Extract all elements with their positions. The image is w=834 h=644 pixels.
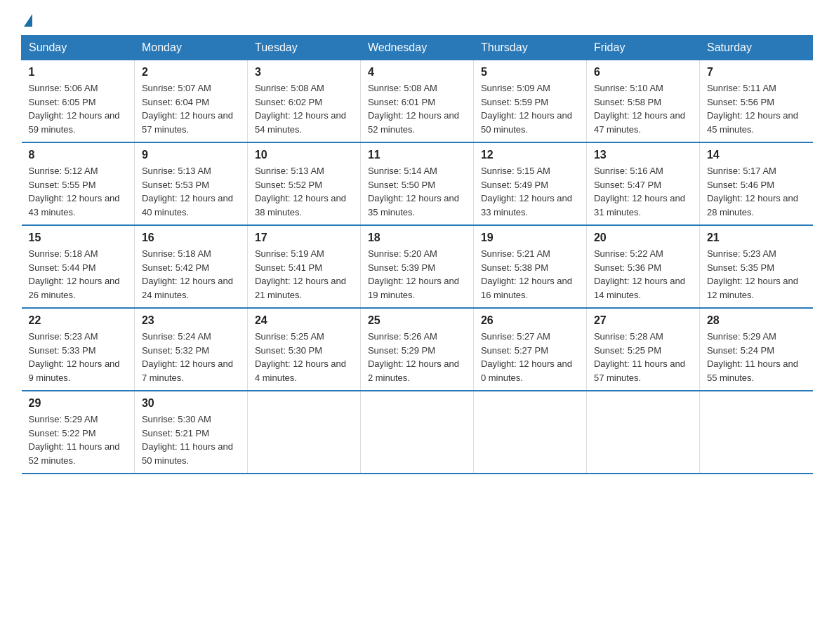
day-info: Sunrise: 5:17 AMSunset: 5:46 PMDaylight:… [707,166,798,217]
header-monday: Monday [134,36,247,60]
day-info: Sunrise: 5:23 AMSunset: 5:33 PMDaylight:… [29,331,120,383]
logo [21,14,32,28]
day-number: 7 [707,66,806,79]
calendar-cell: 7Sunrise: 5:11 AMSunset: 5:56 PMDaylight… [699,60,812,143]
day-number: 22 [29,314,127,327]
day-info: Sunrise: 5:08 AMSunset: 6:02 PMDaylight:… [255,83,346,135]
day-info: Sunrise: 5:12 AMSunset: 5:55 PMDaylight:… [29,166,120,217]
day-number: 2 [142,66,240,79]
calendar-cell: 16Sunrise: 5:18 AMSunset: 5:42 PMDayligh… [134,225,247,308]
calendar-cell: 15Sunrise: 5:18 AMSunset: 5:44 PMDayligh… [22,225,135,308]
day-number: 30 [142,397,240,410]
calendar-cell: 3Sunrise: 5:08 AMSunset: 6:02 PMDaylight… [247,60,360,143]
day-number: 9 [142,149,240,161]
day-number: 26 [481,314,579,327]
day-number: 20 [594,232,692,244]
day-info: Sunrise: 5:23 AMSunset: 5:35 PMDaylight:… [707,248,798,300]
day-info: Sunrise: 5:25 AMSunset: 5:30 PMDaylight:… [255,331,346,383]
calendar-cell: 6Sunrise: 5:10 AMSunset: 5:58 PMDaylight… [586,60,699,143]
day-number: 5 [481,66,579,79]
day-info: Sunrise: 5:13 AMSunset: 5:53 PMDaylight:… [142,166,233,217]
day-info: Sunrise: 5:22 AMSunset: 5:36 PMDaylight:… [594,248,685,300]
calendar-header-row: SundayMondayTuesdayWednesdayThursdayFrid… [22,36,813,60]
calendar-cell [247,391,360,474]
day-number: 3 [255,66,353,79]
calendar-table: SundayMondayTuesdayWednesdayThursdayFrid… [21,35,813,474]
calendar-cell: 30Sunrise: 5:30 AMSunset: 5:21 PMDayligh… [134,391,247,474]
day-info: Sunrise: 5:19 AMSunset: 5:41 PMDaylight:… [255,248,346,300]
day-number: 18 [368,232,466,244]
calendar-cell: 18Sunrise: 5:20 AMSunset: 5:39 PMDayligh… [360,225,473,308]
day-number: 24 [255,314,353,327]
calendar-cell: 10Sunrise: 5:13 AMSunset: 5:52 PMDayligh… [247,142,360,225]
day-info: Sunrise: 5:09 AMSunset: 5:59 PMDaylight:… [481,83,572,135]
calendar-cell: 9Sunrise: 5:13 AMSunset: 5:53 PMDaylight… [134,142,247,225]
calendar-cell: 11Sunrise: 5:14 AMSunset: 5:50 PMDayligh… [360,142,473,225]
day-number: 21 [707,232,806,244]
calendar-week-row: 8Sunrise: 5:12 AMSunset: 5:55 PMDaylight… [22,142,813,225]
calendar-cell [473,391,586,474]
day-number: 12 [481,149,579,161]
calendar-cell: 14Sunrise: 5:17 AMSunset: 5:46 PMDayligh… [699,142,812,225]
day-number: 10 [255,149,353,161]
calendar-cell: 29Sunrise: 5:29 AMSunset: 5:22 PMDayligh… [22,391,135,474]
day-info: Sunrise: 5:20 AMSunset: 5:39 PMDaylight:… [368,248,459,300]
day-number: 14 [707,149,806,161]
day-number: 16 [142,232,240,244]
header-saturday: Saturday [699,36,812,60]
day-info: Sunrise: 5:07 AMSunset: 6:04 PMDaylight:… [142,83,233,135]
day-number: 28 [707,314,806,327]
logo-blue-text [21,14,32,28]
day-info: Sunrise: 5:18 AMSunset: 5:42 PMDaylight:… [142,248,233,300]
calendar-cell: 25Sunrise: 5:26 AMSunset: 5:29 PMDayligh… [360,308,473,391]
day-info: Sunrise: 5:14 AMSunset: 5:50 PMDaylight:… [368,166,459,217]
calendar-cell: 5Sunrise: 5:09 AMSunset: 5:59 PMDaylight… [473,60,586,143]
day-number: 4 [368,66,466,79]
day-number: 27 [594,314,692,327]
calendar-cell: 24Sunrise: 5:25 AMSunset: 5:30 PMDayligh… [247,308,360,391]
day-number: 25 [368,314,466,327]
day-number: 11 [368,149,466,161]
calendar-cell: 22Sunrise: 5:23 AMSunset: 5:33 PMDayligh… [22,308,135,391]
calendar-cell: 1Sunrise: 5:06 AMSunset: 6:05 PMDaylight… [22,60,135,143]
calendar-cell: 13Sunrise: 5:16 AMSunset: 5:47 PMDayligh… [586,142,699,225]
day-number: 8 [29,149,127,161]
calendar-cell: 28Sunrise: 5:29 AMSunset: 5:24 PMDayligh… [699,308,812,391]
day-info: Sunrise: 5:15 AMSunset: 5:49 PMDaylight:… [481,166,572,217]
calendar-cell: 8Sunrise: 5:12 AMSunset: 5:55 PMDaylight… [22,142,135,225]
day-number: 6 [594,66,692,79]
day-number: 19 [481,232,579,244]
day-info: Sunrise: 5:18 AMSunset: 5:44 PMDaylight:… [29,248,120,300]
day-info: Sunrise: 5:13 AMSunset: 5:52 PMDaylight:… [255,166,346,217]
day-info: Sunrise: 5:21 AMSunset: 5:38 PMDaylight:… [481,248,572,300]
header-tuesday: Tuesday [247,36,360,60]
calendar-cell: 19Sunrise: 5:21 AMSunset: 5:38 PMDayligh… [473,225,586,308]
day-info: Sunrise: 5:11 AMSunset: 5:56 PMDaylight:… [707,83,798,135]
calendar-week-row: 1Sunrise: 5:06 AMSunset: 6:05 PMDaylight… [22,60,813,143]
calendar-cell: 20Sunrise: 5:22 AMSunset: 5:36 PMDayligh… [586,225,699,308]
calendar-cell [360,391,473,474]
header-thursday: Thursday [473,36,586,60]
day-number: 15 [29,232,127,244]
calendar-cell [586,391,699,474]
day-info: Sunrise: 5:16 AMSunset: 5:47 PMDaylight:… [594,166,685,217]
calendar-cell: 12Sunrise: 5:15 AMSunset: 5:49 PMDayligh… [473,142,586,225]
page-header [21,14,813,28]
calendar-cell: 4Sunrise: 5:08 AMSunset: 6:01 PMDaylight… [360,60,473,143]
day-number: 29 [29,397,127,410]
calendar-cell: 17Sunrise: 5:19 AMSunset: 5:41 PMDayligh… [247,225,360,308]
calendar-cell: 21Sunrise: 5:23 AMSunset: 5:35 PMDayligh… [699,225,812,308]
day-info: Sunrise: 5:08 AMSunset: 6:01 PMDaylight:… [368,83,459,135]
header-friday: Friday [586,36,699,60]
day-info: Sunrise: 5:29 AMSunset: 5:22 PMDaylight:… [29,414,120,466]
day-info: Sunrise: 5:30 AMSunset: 5:21 PMDaylight:… [142,414,233,466]
calendar-week-row: 29Sunrise: 5:29 AMSunset: 5:22 PMDayligh… [22,391,813,474]
day-info: Sunrise: 5:29 AMSunset: 5:24 PMDaylight:… [707,331,798,383]
day-info: Sunrise: 5:24 AMSunset: 5:32 PMDaylight:… [142,331,233,383]
day-number: 13 [594,149,692,161]
day-info: Sunrise: 5:27 AMSunset: 5:27 PMDaylight:… [481,331,572,383]
calendar-week-row: 15Sunrise: 5:18 AMSunset: 5:44 PMDayligh… [22,225,813,308]
header-sunday: Sunday [22,36,135,60]
header-wednesday: Wednesday [360,36,473,60]
day-number: 17 [255,232,353,244]
